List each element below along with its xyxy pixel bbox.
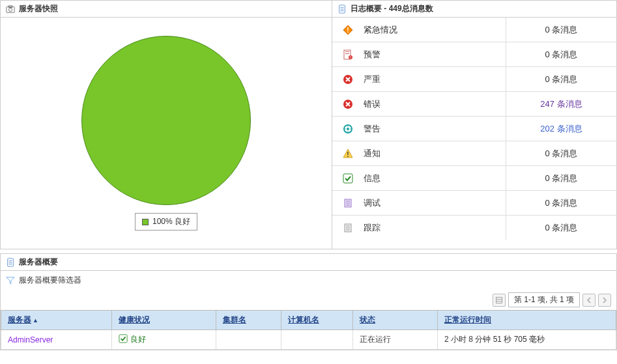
cluster-cell	[216, 330, 281, 350]
machine-cell	[281, 330, 353, 350]
legend-swatch-icon	[142, 219, 149, 225]
pie-chart-area: 100% 良好	[1, 18, 332, 249]
camera-icon	[6, 5, 15, 14]
col-cluster-header[interactable]: 集群名	[216, 311, 281, 330]
col-uptime-header[interactable]: 正常运行时间	[438, 311, 616, 330]
pager-text: 第 1-1 项, 共 1 项	[508, 292, 580, 307]
prev-page-button[interactable]	[582, 294, 595, 307]
log-level-label: 紧急情况	[364, 24, 506, 36]
table-row: AdminServer 良好 正在运行 2 小时 8 分钟 51 秒 705 毫…	[1, 330, 616, 350]
log-count-cell: 202 条消息	[506, 117, 616, 141]
legend-text: 100% 良好	[152, 216, 190, 227]
log-count-link[interactable]: 247 条消息	[540, 98, 582, 110]
funnel-icon	[6, 275, 15, 285]
sort-asc-icon: ▲	[33, 317, 38, 324]
log-summary-title: 日志概要 - 449总消息数	[351, 3, 433, 14]
log-row: !通知0 条消息	[332, 141, 616, 166]
svg-rect-18	[343, 174, 352, 183]
uptime-cell: 2 小时 8 分钟 51 秒 705 毫秒	[438, 330, 616, 350]
critical-icon	[332, 74, 364, 85]
info-icon	[332, 173, 364, 184]
server-overview-title: 服务器概要	[19, 257, 58, 268]
log-level-label: 跟踪	[364, 222, 506, 234]
pager-row: 第 1-1 项, 共 1 项	[1, 290, 616, 310]
svg-text:!: !	[350, 55, 351, 59]
filter-label[interactable]: 服务器概要筛选器	[19, 275, 81, 286]
log-count-cell: 0 条消息	[506, 166, 616, 190]
emergency-icon: !	[332, 25, 364, 35]
snapshot-title: 服务器快照	[19, 3, 58, 14]
settings-icon[interactable]	[493, 294, 506, 307]
server-snapshot-panel: 服务器快照 100% 良好	[1, 1, 332, 249]
notice-icon: !	[332, 148, 364, 159]
log-level-label: 预警	[364, 49, 506, 61]
trace-icon	[332, 223, 364, 233]
server-name-link[interactable]: AdminServer	[8, 335, 53, 344]
svg-text:!: !	[347, 27, 349, 34]
log-count-cell: 0 条消息	[506, 141, 616, 165]
next-page-button[interactable]	[598, 294, 611, 307]
log-count-cell: 0 条消息	[506, 216, 616, 240]
col-server-header[interactable]: 服务器▲	[1, 311, 112, 330]
svg-point-16	[347, 128, 349, 130]
log-summary-table: !紧急情况0 条消息!预警0 条消息严重0 条消息错误247 条消息警告202 …	[332, 18, 616, 240]
status-cell: 正在运行	[353, 330, 438, 350]
log-summary-panel: 日志概要 - 449总消息数 !紧急情况0 条消息!预警0 条消息严重0 条消息…	[332, 1, 616, 249]
log-count-cell: 0 条消息	[506, 191, 616, 215]
error-icon	[332, 99, 364, 109]
debug-icon	[332, 198, 364, 208]
alert-icon: !	[332, 49, 364, 60]
log-level-label: 严重	[364, 74, 506, 85]
log-row: 调试0 条消息	[332, 191, 616, 216]
log-level-label: 通知	[364, 148, 506, 160]
log-level-label: 调试	[364, 197, 506, 209]
log-row: 严重0 条消息	[332, 67, 616, 92]
log-row: !紧急情况0 条消息	[332, 18, 616, 42]
log-row: 信息0 条消息	[332, 166, 616, 191]
server-table: 服务器▲ 健康状况 集群名 计算机名 状态 正常运行时间 AdminServer…	[1, 310, 616, 350]
log-count-cell: 0 条消息	[506, 18, 616, 42]
log-count-cell: 0 条消息	[506, 67, 616, 91]
snapshot-header: 服务器快照	[1, 1, 332, 18]
health-cell: 良好	[119, 334, 209, 345]
server-overview-header: 服务器概要	[1, 254, 616, 271]
filter-row: 服务器概要筛选器	[1, 271, 616, 290]
log-row: 跟踪0 条消息	[332, 216, 616, 240]
svg-text:!: !	[347, 151, 349, 158]
pie-legend: 100% 良好	[135, 213, 197, 231]
log-count-link[interactable]: 202 条消息	[540, 123, 582, 135]
svg-rect-9	[345, 51, 349, 52]
log-count-cell: 0 条消息	[506, 42, 616, 66]
warning-icon	[332, 124, 364, 134]
log-row: !预警0 条消息	[332, 42, 616, 67]
svg-rect-31	[496, 297, 502, 303]
log-count-cell: 247 条消息	[506, 92, 616, 116]
log-level-label: 警告	[364, 123, 506, 135]
log-row: 错误247 条消息	[332, 92, 616, 117]
health-pie-chart	[81, 36, 251, 205]
server-overview-panel: 服务器概要 服务器概要筛选器 第 1-1 项, 共 1 项 服务器▲ 健康状况 …	[0, 253, 617, 350]
document-icon	[6, 258, 15, 267]
col-machine-header[interactable]: 计算机名	[281, 311, 353, 330]
log-level-label: 信息	[364, 173, 506, 184]
log-level-label: 错误	[364, 98, 506, 110]
col-health-header[interactable]: 健康状况	[112, 311, 216, 330]
document-icon	[337, 5, 347, 14]
log-row: 警告202 条消息	[332, 117, 616, 141]
col-status-header[interactable]: 状态	[353, 311, 438, 330]
log-summary-header: 日志概要 - 449总消息数	[332, 1, 616, 18]
svg-rect-10	[345, 53, 349, 54]
checkmark-icon	[119, 334, 128, 345]
svg-point-1	[8, 8, 12, 11]
svg-rect-34	[119, 335, 127, 343]
